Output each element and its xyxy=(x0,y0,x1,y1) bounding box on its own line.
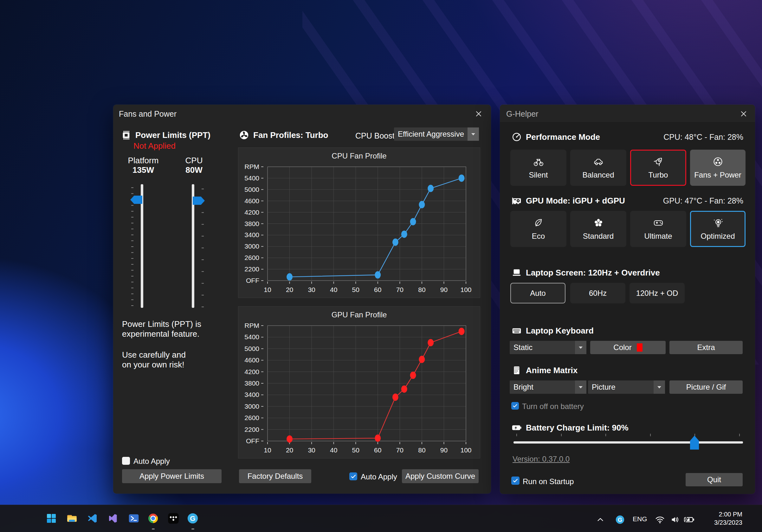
svg-text:80: 80 xyxy=(418,446,425,454)
svg-text:4200: 4200 xyxy=(244,368,259,375)
svg-text:50: 50 xyxy=(352,286,359,293)
svg-text:G: G xyxy=(190,514,195,522)
platform-slider-thumb[interactable] xyxy=(130,195,142,204)
svg-text:CPU Fan Profile: CPU Fan Profile xyxy=(332,152,386,160)
keyboard-mode-select[interactable]: Static xyxy=(510,341,586,354)
ghelper-close-button[interactable] xyxy=(738,109,749,119)
cpu-boost-dropdown-arrow[interactable] xyxy=(468,127,479,141)
power-auto-apply-label[interactable]: Auto Apply xyxy=(133,457,170,466)
ghelper-window-title: G-Helper xyxy=(506,110,538,118)
ghelper-taskbar-icon[interactable]: G xyxy=(186,511,200,525)
svg-text:40: 40 xyxy=(330,286,337,293)
cpu-fan-profile-chart[interactable]: CPU Fan ProfileRPM5400500046004200380034… xyxy=(238,147,480,298)
gpu-button-ultimate[interactable]: Ultimate xyxy=(630,211,686,247)
run-on-startup-label[interactable]: Run on Startup xyxy=(523,477,574,486)
wifi-icon[interactable] xyxy=(653,513,667,527)
mode-button-turbo[interactable]: Turbo xyxy=(630,150,686,186)
mode-button-label: Fans + Power xyxy=(694,171,741,180)
keyboard-mode-value: Static xyxy=(510,343,575,352)
keyboard-extra-button[interactable]: Extra xyxy=(669,341,743,354)
battery-bolt-icon xyxy=(511,422,522,433)
run-on-startup-checkbox[interactable] xyxy=(511,477,519,485)
cpu-slider-thumb[interactable] xyxy=(193,196,205,205)
start-button[interactable] xyxy=(44,511,58,525)
factory-defaults-button[interactable]: Factory Defaults xyxy=(239,469,311,483)
anime-brightness-select[interactable]: Bright xyxy=(510,380,586,394)
chrome-running-indicator xyxy=(152,528,155,529)
power-auto-apply-checkbox[interactable] xyxy=(122,457,130,465)
mode-button-fans-power[interactable]: Fans + Power xyxy=(690,150,745,186)
cpu-temp-status: CPU: 48°C - Fan: 28% xyxy=(663,132,743,142)
rocket-icon xyxy=(652,156,664,167)
keyboard-color-label: Color xyxy=(613,343,632,352)
clock[interactable]: 2:00 PM 3/23/2023 xyxy=(714,510,742,527)
anime-matrix-header: Anime Matrix xyxy=(511,365,577,376)
svg-text:100: 100 xyxy=(460,286,471,293)
svg-text:5400: 5400 xyxy=(244,333,259,341)
mode-button-balanced[interactable]: Balanced xyxy=(570,150,626,186)
svg-text:G: G xyxy=(618,517,622,523)
svg-text:2200: 2200 xyxy=(244,266,259,273)
svg-text:20: 20 xyxy=(286,286,293,293)
warning-line-3: Use carefully and xyxy=(122,350,186,360)
apply-power-limits-button[interactable]: Apply Power Limits xyxy=(122,469,222,483)
gpu-mode-title: GPU Mode: iGPU + dGPU xyxy=(526,196,625,206)
keyboard-mode-dropdown-arrow[interactable] xyxy=(575,341,586,354)
gpu-fan-profile-chart[interactable]: GPU Fan ProfileRPM5400500046004200380034… xyxy=(238,306,480,458)
svg-text:40: 40 xyxy=(330,446,337,454)
fans-close-button[interactable] xyxy=(473,109,484,119)
screen-button-120hz-od[interactable]: 120Hz + OD xyxy=(630,283,685,303)
file-explorer-icon[interactable] xyxy=(65,511,79,525)
fan-circle-icon xyxy=(712,156,724,167)
gpu-button-standard[interactable]: Standard xyxy=(570,211,626,247)
chrome-icon[interactable] xyxy=(146,511,160,525)
anime-battery-checkbox[interactable] xyxy=(511,402,519,410)
performance-mode-title: Performance Mode xyxy=(526,132,600,142)
gpu-button-eco[interactable]: Eco xyxy=(510,211,567,247)
svg-text:RPM: RPM xyxy=(244,322,259,329)
svg-text:60: 60 xyxy=(374,286,381,293)
vscode-icon[interactable] xyxy=(86,511,100,525)
anime-picture-gif-button[interactable]: Picture / Gif xyxy=(669,380,743,394)
cpu-boost-select[interactable]: Efficient Aggressive xyxy=(394,127,479,141)
speedometer-icon xyxy=(511,131,522,142)
laptop-screen-title: Laptop Screen: 120Hz + Overdrive xyxy=(526,268,660,278)
svg-text:10: 10 xyxy=(264,446,271,454)
tray-chevron-up-icon[interactable] xyxy=(593,513,607,527)
anime-mode-value: Picture xyxy=(588,383,653,392)
curve-auto-apply-label[interactable]: Auto Apply xyxy=(361,472,397,481)
anime-battery-checkbox-label[interactable]: Turn off on battery xyxy=(522,402,584,411)
battery-slider-thumb[interactable] xyxy=(690,436,699,451)
fan-profiles-title: Fan Profiles: Turbo xyxy=(253,130,328,140)
apply-custom-curve-button[interactable]: Apply Custom Curve xyxy=(402,469,479,483)
visual-studio-icon[interactable] xyxy=(106,511,120,525)
cpu-power-slider[interactable] xyxy=(177,181,209,312)
power-limits-status: Not Applied xyxy=(133,141,176,151)
gpu-button-optimized[interactable]: Optimized xyxy=(690,211,745,247)
keyboard-color-button[interactable]: Color xyxy=(590,341,666,354)
platform-power-slider[interactable] xyxy=(126,181,158,312)
mode-button-silent[interactable]: Silent xyxy=(510,150,567,186)
anime-brightness-dropdown-arrow[interactable] xyxy=(575,380,586,394)
version-link[interactable]: Version: 0.37.0.0 xyxy=(512,455,570,464)
quit-button[interactable]: Quit xyxy=(686,473,743,486)
windows-logo-icon xyxy=(46,513,57,524)
curve-auto-apply-checkbox[interactable] xyxy=(349,472,357,480)
anime-mode-select[interactable]: Picture xyxy=(588,380,665,394)
tidal-icon[interactable] xyxy=(166,511,180,525)
ghelper-tray-icon[interactable]: G xyxy=(613,513,627,527)
screen-button-60hz[interactable]: 60Hz xyxy=(570,283,625,303)
svg-text:60: 60 xyxy=(374,446,381,454)
speaker-icon[interactable] xyxy=(668,513,682,527)
svg-text:80: 80 xyxy=(418,286,425,293)
screen-button-auto[interactable]: Auto xyxy=(510,283,566,303)
leaf-icon xyxy=(533,217,545,229)
clock-time: 2:00 PM xyxy=(714,510,742,518)
anime-mode-dropdown-arrow[interactable] xyxy=(653,380,665,394)
gpu-temp-status: GPU: 47°C - Fan: 28% xyxy=(663,196,743,205)
battery-tray-icon[interactable] xyxy=(682,513,696,527)
language-indicator[interactable]: ENG xyxy=(633,515,647,523)
battery-slider-track[interactable] xyxy=(513,441,743,443)
svg-text:4200: 4200 xyxy=(244,209,259,216)
powershell-icon[interactable] xyxy=(127,511,141,525)
